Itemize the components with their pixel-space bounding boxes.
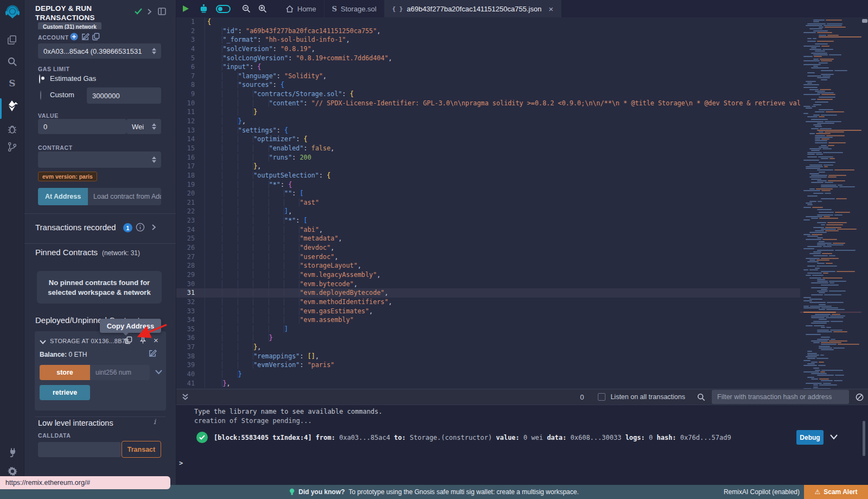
edit-balance-icon[interactable]: [149, 349, 157, 357]
code-line[interactable]: 4 "solcVersion": "0.8.19",: [176, 45, 868, 54]
clear-console-icon[interactable]: [856, 393, 864, 401]
remix-logo-icon[interactable]: [4, 4, 21, 21]
solidity-compiler-icon[interactable]: S: [0, 75, 24, 91]
code-line[interactable]: 1{: [176, 17, 868, 27]
terminal[interactable]: Type the library name to see available c…: [176, 405, 868, 485]
terminal-scrollbar[interactable]: [863, 421, 865, 456]
tab-home[interactable]: Home: [278, 0, 324, 17]
git-icon[interactable]: [0, 138, 24, 155]
code-line[interactable]: 13 "settings": {: [176, 126, 868, 135]
store-arg-input[interactable]: uint256 num: [90, 365, 150, 380]
copy-address-icon[interactable]: [125, 336, 132, 344]
sign-message-icon[interactable]: [81, 33, 90, 41]
tab-build-info-json[interactable]: { } a69b43f277ba20fcac141151250ca755.jso…: [385, 0, 561, 17]
code-line[interactable]: 37 },: [176, 343, 868, 352]
code-line[interactable]: 25 "metadata",: [176, 234, 868, 243]
pin-contract-icon[interactable]: [139, 336, 146, 344]
code-line[interactable]: 9 "contracts/Storage.sol": {: [176, 90, 868, 99]
tx-log-text[interactable]: [block:5583405 txIndex:4] from: 0xa03...…: [214, 434, 731, 441]
code-line[interactable]: 30 "evm.bytecode",: [176, 280, 868, 289]
estimated-gas-radio[interactable]: [39, 74, 40, 84]
code-line[interactable]: 2 "id": "a69b43f277ba20fcac141151250ca75…: [176, 27, 868, 36]
expand-terminal-icon[interactable]: [182, 393, 189, 401]
value-unit-select[interactable]: Wei: [126, 119, 161, 134]
value-input[interactable]: 0: [38, 119, 126, 134]
custom-gas-radio[interactable]: [40, 91, 41, 100]
code-line[interactable]: 7 "language": "Solidity",: [176, 72, 868, 81]
code-line[interactable]: 26 "devdoc",: [176, 243, 868, 252]
code-line[interactable]: 14 "optimizer": {: [176, 135, 868, 144]
code-line[interactable]: 6 "input": {: [176, 62, 868, 72]
create-account-icon[interactable]: [70, 33, 78, 41]
tx-expand-icon[interactable]: [830, 434, 838, 440]
code-line[interactable]: 22 ],: [176, 207, 868, 216]
code-editor[interactable]: 1{2 "id": "a69b43f277ba20fcac141151250ca…: [176, 17, 868, 389]
code-line[interactable]: 19 "*": {: [176, 180, 868, 190]
code-line[interactable]: 41 },: [176, 379, 868, 388]
panel-forward-icon[interactable]: [147, 8, 152, 15]
code-line[interactable]: 34 "evm.assembly": [176, 315, 868, 325]
remove-contract-icon[interactable]: ×: [154, 336, 158, 345]
listen-transactions-checkbox[interactable]: [598, 393, 605, 401]
code-line[interactable]: 38 "remappings": [],: [176, 352, 868, 361]
plugin-manager-icon[interactable]: [0, 444, 24, 460]
copy-account-icon[interactable]: [92, 33, 100, 41]
code-line[interactable]: 32 "evm.methodIdentifiers",: [176, 298, 868, 307]
custom-gas-input[interactable]: 3000000: [87, 87, 161, 104]
file-explorer-icon[interactable]: [0, 31, 24, 48]
code-line[interactable]: 28 "storageLayout",: [176, 261, 868, 270]
code-line[interactable]: 24 "abi",: [176, 225, 868, 235]
code-line[interactable]: 33 "evm.gasEstimates",: [176, 307, 868, 316]
debugger-icon[interactable]: [0, 121, 24, 137]
debug-button[interactable]: Debug: [796, 430, 824, 445]
code-line[interactable]: 29 "evm.legacyAssembly",: [176, 270, 868, 280]
code-line[interactable]: 10 "content": "// SPDX-License-Identifie…: [176, 99, 868, 108]
code-line[interactable]: 5 "solcLongVersion": "0.8.19+commit.7dd6…: [176, 54, 868, 63]
store-button[interactable]: store: [40, 365, 90, 380]
code-line[interactable]: 12 },: [176, 117, 868, 126]
copilot-toggle-icon[interactable]: [212, 0, 234, 17]
transactions-info-icon[interactable]: [136, 223, 145, 232]
deploy-run-icon[interactable]: [0, 98, 24, 114]
retrieve-button[interactable]: retrieve: [40, 385, 90, 400]
code-line[interactable]: 15 "enabled": false,: [176, 144, 868, 153]
load-contract-input[interactable]: Load contract from Addre: [88, 188, 161, 205]
calldata-input[interactable]: [38, 442, 121, 457]
store-expand-icon[interactable]: [155, 370, 162, 375]
contract-collapse-icon[interactable]: [40, 340, 46, 344]
code-line[interactable]: 18 "outputSelection": {: [176, 171, 868, 180]
code-line[interactable]: 31 "evm.deployedBytecode",: [176, 288, 868, 298]
scam-alert-button[interactable]: ⚠ Scam Alert: [804, 485, 868, 499]
search-icon[interactable]: [0, 53, 24, 70]
editor-scrollbar-thumb[interactable]: [862, 19, 867, 23]
transact-button[interactable]: Transact: [122, 441, 161, 458]
copilot-status[interactable]: RemixAI Copilot (enabled): [724, 485, 800, 499]
at-address-button[interactable]: At Address: [38, 188, 88, 205]
code-line[interactable]: 3 "_format": "hh-sol-build-info-1",: [176, 35, 868, 45]
code-line[interactable]: 16 "runs": 200: [176, 153, 868, 162]
pin-panel-icon[interactable]: [158, 8, 166, 15]
code-line[interactable]: 27 "userdoc",: [176, 252, 868, 262]
code-line[interactable]: 23 "*": [: [176, 216, 868, 225]
contract-select[interactable]: [38, 151, 161, 168]
zoom-in-icon[interactable]: [254, 0, 271, 17]
zoom-out-icon[interactable]: [238, 0, 254, 17]
minimap[interactable]: [800, 17, 861, 389]
transactions-expand-icon[interactable]: [151, 224, 156, 231]
code-line[interactable]: 11 }: [176, 108, 868, 117]
account-select[interactable]: 0xA03...85ac4 (0.39866531531: [38, 43, 161, 59]
code-line[interactable]: 20 "": [: [176, 189, 868, 198]
tab-storage-sol[interactable]: S Storage.sol: [324, 0, 385, 17]
close-tab-icon[interactable]: ×: [548, 4, 553, 14]
code-line[interactable]: 39 "evmVersion": "paris": [176, 361, 868, 370]
code-line[interactable]: 35 ]: [176, 325, 868, 334]
editor-scrollbar[interactable]: [861, 17, 868, 389]
terminal-prompt[interactable]: >: [179, 459, 183, 467]
code-line[interactable]: 17 },: [176, 162, 868, 171]
ai-assistant-icon[interactable]: [195, 0, 212, 17]
code-line[interactable]: 21 "ast": [176, 198, 868, 207]
code-line[interactable]: 8 "sources": {: [176, 80, 868, 90]
low-level-info-icon[interactable]: i: [154, 418, 156, 426]
run-script-icon[interactable]: [176, 0, 195, 17]
filter-input[interactable]: Filter with transaction hash or address: [712, 390, 849, 404]
